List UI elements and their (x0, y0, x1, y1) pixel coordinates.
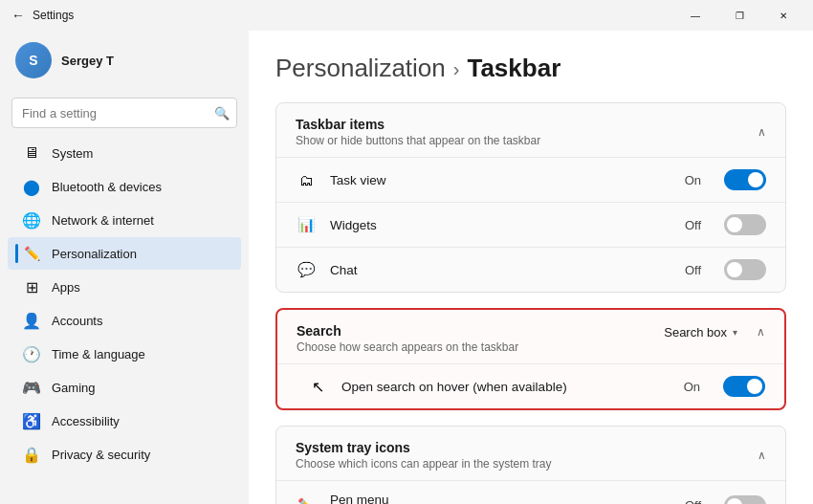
search-hover-label: Open search on hover (when available) (341, 380, 670, 394)
system-icon: 🖥 (23, 144, 40, 162)
pen-label: Pen menu (330, 493, 671, 504)
search-title: Search (297, 323, 518, 339)
gaming-icon: 🎮 (23, 379, 40, 396)
title-bar-controls: — ❐ ✕ (673, 0, 805, 31)
breadcrumb-current: Taskbar (467, 54, 560, 83)
network-icon: 🌐 (23, 211, 40, 229)
widgets-status: Off (685, 218, 701, 232)
search-hover-item: ↖ Open search on hover (when available) … (277, 363, 784, 408)
sidebar-item-label: Bluetooth & devices (52, 180, 226, 194)
sidebar-item-apps[interactable]: ⊞ Apps (8, 271, 241, 303)
sidebar-item-personalization[interactable]: ✏️ Personalization (8, 237, 241, 270)
system-tray-chevron[interactable]: ∧ (758, 449, 766, 462)
sidebar-item-network[interactable]: 🌐 Network & internet (8, 204, 241, 236)
pen-toggle[interactable] (724, 495, 766, 505)
search-hover-toggle[interactable] (723, 376, 765, 397)
pen-text-group: Pen menu Show pen menu icon when pen is … (330, 493, 671, 504)
close-button[interactable]: ✕ (761, 0, 805, 31)
pen-menu-item: ✏️ Pen menu Show pen menu icon when pen … (276, 480, 785, 504)
search-hover-toggle-thumb (747, 379, 762, 394)
pen-icon: ✏️ (296, 495, 317, 505)
widgets-toggle-thumb (727, 217, 742, 232)
dropdown-arrow-icon: ▾ (733, 327, 737, 338)
minimize-button[interactable]: — (673, 0, 717, 31)
sidebar-item-system[interactable]: 🖥 System (8, 137, 241, 169)
app-body: S Sergey T 🔍 🖥 System ⬤ Bluetooth & devi… (0, 31, 813, 504)
search-section-header: Search Choose how search appears on the … (277, 310, 784, 363)
sidebar-item-label: Accounts (52, 314, 226, 328)
taskview-toggle-thumb (748, 172, 763, 187)
maximize-button[interactable]: ❐ (717, 0, 761, 31)
system-tray-header: System tray icons Choose which icons can… (276, 427, 785, 480)
pen-toggle-thumb (727, 498, 742, 505)
sidebar: S Sergey T 🔍 🖥 System ⬤ Bluetooth & devi… (0, 31, 249, 504)
sidebar-item-gaming[interactable]: 🎮 Gaming (8, 371, 241, 404)
pen-status: Off (685, 498, 701, 504)
taskview-status: On (685, 173, 701, 187)
taskview-item: 🗂 Task view On (276, 157, 785, 202)
user-profile[interactable]: S Sergey T (0, 31, 249, 90)
title-bar-left: ← Settings (11, 8, 74, 23)
chat-icon: 💬 (296, 259, 317, 280)
taskbar-items-header: Taskbar items Show or hide buttons that … (276, 103, 785, 157)
widgets-toggle[interactable] (724, 214, 766, 235)
avatar: S (15, 42, 52, 78)
sidebar-item-label: Time & language (52, 347, 226, 362)
back-icon[interactable]: ← (11, 8, 25, 23)
sidebar-item-privacy[interactable]: 🔒 Privacy & security (8, 438, 241, 471)
main-wrapper: Personalization › Taskbar Taskbar items … (249, 31, 813, 504)
accounts-icon: 👤 (23, 312, 40, 329)
taskview-toggle[interactable] (724, 169, 766, 190)
chat-toggle[interactable] (724, 259, 766, 280)
system-tray-title-group: System tray icons Choose which icons can… (296, 440, 551, 471)
taskview-icon: 🗂 (296, 169, 317, 190)
search-subtitle: Choose how search appears on the taskbar (297, 340, 518, 354)
search-hover-status: On (684, 380, 700, 394)
chat-status: Off (685, 263, 701, 277)
sidebar-item-bluetooth[interactable]: ⬤ Bluetooth & devices (8, 170, 241, 203)
search-icon: 🔍 (214, 106, 230, 121)
time-icon: 🕐 (23, 345, 40, 362)
main-content: Personalization › Taskbar Taskbar items … (249, 31, 813, 504)
sidebar-item-accessibility[interactable]: ♿ Accessibility (8, 405, 241, 437)
search-input[interactable] (11, 98, 237, 128)
search-title-group: Search Choose how search appears on the … (297, 323, 518, 354)
system-tray-title: System tray icons (296, 440, 551, 455)
chat-toggle-thumb (727, 262, 742, 277)
sidebar-search[interactable]: 🔍 (11, 98, 237, 128)
search-dropdown-value: Search box (664, 325, 727, 340)
sidebar-item-time[interactable]: 🕐 Time & language (8, 338, 241, 370)
breadcrumb-separator: › (453, 58, 460, 80)
taskbar-items-subtitle: Show or hide buttons that appear on the … (296, 134, 540, 147)
title-bar-title: Settings (33, 9, 74, 22)
title-bar: ← Settings — ❐ ✕ (0, 0, 813, 31)
system-tray-subtitle: Choose which icons can appear in the sys… (296, 457, 551, 471)
widgets-icon: 📊 (296, 214, 317, 235)
accessibility-icon: ♿ (23, 412, 40, 429)
breadcrumb-parent[interactable]: Personalization (275, 54, 446, 83)
widgets-label: Widgets (330, 218, 671, 232)
taskbar-items-title-group: Taskbar items Show or hide buttons that … (296, 117, 540, 147)
taskbar-items-section: Taskbar items Show or hide buttons that … (275, 102, 786, 293)
taskbar-items-title: Taskbar items (296, 117, 540, 132)
personalization-icon: ✏️ (23, 245, 40, 262)
taskview-label: Task view (330, 173, 671, 187)
sidebar-nav: 🖥 System ⬤ Bluetooth & devices 🌐 Network… (0, 136, 249, 471)
sidebar-item-label: Personalization (52, 247, 226, 261)
chat-label: Chat (330, 263, 671, 277)
privacy-icon: 🔒 (23, 446, 40, 463)
breadcrumb: Personalization › Taskbar (275, 54, 786, 83)
sidebar-item-label: System (52, 146, 226, 161)
sidebar-item-label: Apps (52, 280, 226, 295)
search-chevron[interactable]: ∧ (757, 325, 765, 339)
sidebar-item-label: Network & internet (52, 213, 226, 228)
sidebar-item-label: Gaming (52, 381, 226, 395)
sidebar-item-accounts[interactable]: 👤 Accounts (8, 304, 241, 337)
taskbar-items-chevron[interactable]: ∧ (758, 125, 766, 139)
cursor-icon: ↖ (312, 378, 324, 396)
chat-item: 💬 Chat Off (276, 247, 785, 292)
search-dropdown[interactable]: Search box ▾ (664, 325, 737, 340)
search-section: Search Choose how search appears on the … (275, 308, 786, 410)
widgets-item: 📊 Widgets Off (276, 202, 785, 247)
system-tray-section: System tray icons Choose which icons can… (275, 426, 786, 504)
